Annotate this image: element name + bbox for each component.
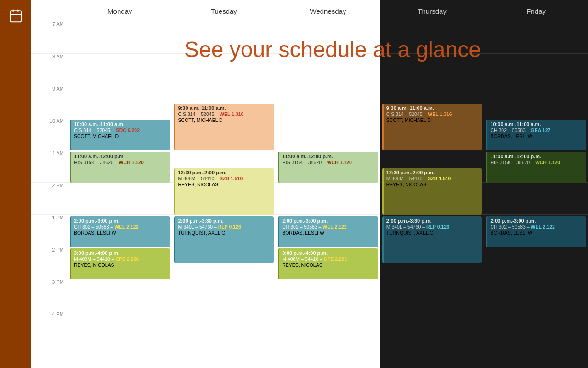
event-mon-cs314[interactable]: 10:00 a.m.-11:00 a.m. C S 314 – 52045 – … <box>70 120 170 150</box>
event-wed-his315k[interactable]: 11:00 a.m.-12:00 p.m. HIS 315K – 38620 –… <box>278 152 378 183</box>
event-thu-cs314[interactable]: 9:30 a.m.-11:00 a.m. C S 314 – 52045 – W… <box>382 104 482 150</box>
event-mon-his315k[interactable]: 11:00 a.m.-12:00 p.m. HIS 315K – 38620 –… <box>70 152 170 183</box>
day-friday: 10:00 a.m.-11:00 a.m. CH 302 – 50583 – G… <box>484 21 588 368</box>
time-1pm: 1 PM <box>31 214 68 247</box>
time-3pm: 3 PM <box>31 279 68 311</box>
day-header-wednesday: Wednesday <box>276 0 380 21</box>
day-header-thursday: Thursday <box>380 0 485 21</box>
event-mon-ch302[interactable]: 2:00 p.m.-3:00 p.m. CH 302 – 50583 – WEL… <box>70 216 170 247</box>
day-wednesday: 11:00 a.m.-12:00 p.m. HIS 315K – 38620 –… <box>276 21 380 368</box>
day-tuesday: 9:30 a.m.-11:00 a.m. C S 314 – 52045 – W… <box>172 21 277 368</box>
event-thu-m340l[interactable]: 2:00 p.m.-3:30 p.m. M 340L – 54760 – RLP… <box>382 216 482 263</box>
time-10am: 10 AM <box>31 118 68 150</box>
event-wed-m408m[interactable]: 3:00 p.m.-4:00 p.m. M 408M – 54410 – CPE… <box>278 248 378 279</box>
time-7am: 7 AM <box>31 21 68 53</box>
time-12pm: 12 PM <box>31 182 68 214</box>
event-fri-his315k[interactable]: 11:00 a.m.-12:00 p.m. HIS 315K – 38620 –… <box>486 152 586 183</box>
time-9am: 9 AM <box>31 86 68 118</box>
event-tue-m340l[interactable]: 2:00 p.m.-3:30 p.m. M 340L – 54760 – RLP… <box>174 216 274 263</box>
time-gutter-header <box>31 0 68 21</box>
day-thursday: 9:30 a.m.-11:00 a.m. C S 314 – 52045 – W… <box>380 21 485 368</box>
event-mon-m408m[interactable]: 3:00 p.m.-4:00 p.m. M 408M – 54410 – CPE… <box>70 248 170 279</box>
calendar-area: See your schedule at a glance Monday Tue… <box>31 0 588 368</box>
day-header-friday: Friday <box>484 0 588 21</box>
body-area: 7 AM 8 AM 9 AM 10 AM 11 AM 12 PM 1 PM 2 … <box>31 21 588 368</box>
time-gutter: 7 AM 8 AM 9 AM 10 AM 11 AM 12 PM 1 PM 2 … <box>31 21 68 368</box>
time-4pm: 4 PM <box>31 311 68 343</box>
time-8am: 8 AM <box>31 53 68 86</box>
event-wed-ch302[interactable]: 2:00 p.m.-3:00 p.m. CH 302 – 50583 – WEL… <box>278 216 378 247</box>
days-container: 10:00 a.m.-11:00 a.m. C S 314 – 52045 – … <box>68 21 588 368</box>
day-monday: 10:00 a.m.-11:00 a.m. C S 314 – 52045 – … <box>68 21 172 368</box>
time-11am: 11 AM <box>31 150 68 182</box>
day-header-monday: Monday <box>68 0 172 21</box>
event-tue-m408m[interactable]: 12:30 p.m.-2:00 p.m. M 408M – 54410 – SZ… <box>174 168 274 215</box>
calendar-icon <box>8 8 23 23</box>
svg-rect-0 <box>10 11 21 22</box>
sidebar <box>0 0 31 368</box>
time-2pm: 2 PM <box>31 247 68 279</box>
header-row: Monday Tuesday Wednesday Thursday Friday <box>31 0 588 21</box>
event-tue-cs314[interactable]: 9:30 a.m.-11:00 a.m. C S 314 – 52045 – W… <box>174 104 274 150</box>
day-header-tuesday: Tuesday <box>172 0 277 21</box>
event-fri-ch302-1[interactable]: 10:00 a.m.-11:00 a.m. CH 302 – 50583 – G… <box>486 120 586 150</box>
event-thu-m408m[interactable]: 12:30 p.m.-2:00 p.m. M 408M – 54410 – SZ… <box>382 168 482 215</box>
event-fri-ch302-2[interactable]: 2:00 p.m.-3:00 p.m. CH 302 – 50583 – WEL… <box>486 216 586 247</box>
